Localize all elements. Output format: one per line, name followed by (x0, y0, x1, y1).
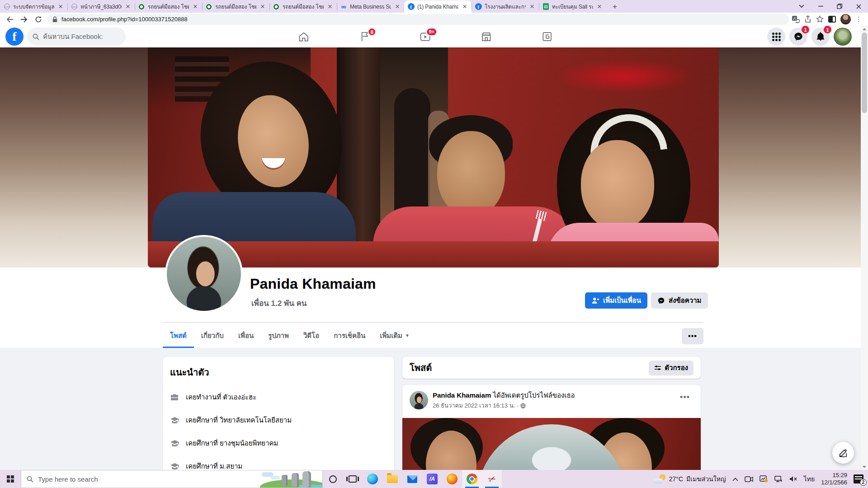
browser-tab[interactable]: f โรงงานผลิตและกระจา ✕ (472, 0, 539, 13)
meet-now-icon[interactable] (745, 476, 753, 483)
notification-count-badge: 2 (860, 479, 867, 486)
task-view-button[interactable] (343, 470, 363, 488)
forward-icon[interactable] (18, 14, 30, 25)
browser-tab-active[interactable]: f (1) Panida Khamaia ✕ (404, 0, 472, 13)
side-panel-icon[interactable] (828, 16, 836, 23)
system-tray: 27°C มีเมฆส่วนใหญ่ ไทย 15:29 12/1/2566 2 (654, 472, 868, 487)
tray-expand-icon[interactable] (732, 476, 738, 483)
tab-videos[interactable]: วิดีโอ (296, 324, 326, 348)
firefox-button[interactable] (442, 470, 462, 488)
posts-filter-button[interactable]: ตัวกรอง (649, 361, 693, 375)
browser-tab[interactable]: รถยนต์มือสอง โชตลูก ✕ (202, 0, 269, 13)
friends-count[interactable]: เพื่อน 1.2 พัน คน (251, 297, 307, 309)
post-action: ได้อัพเดตรูปโปรไฟล์ของเธอ (493, 391, 575, 399)
volume-muted-icon[interactable] (789, 476, 797, 482)
weather-description: มีเมฆส่วนใหญ่ (686, 474, 726, 484)
messenger-button[interactable]: 1 (789, 28, 807, 46)
scroll-up-icon[interactable] (861, 26, 868, 32)
office-app-button[interactable]: /A (422, 470, 442, 488)
cortana-button[interactable] (323, 470, 343, 488)
restore-button[interactable] (830, 0, 849, 13)
back-icon[interactable] (4, 14, 15, 25)
chrome-icon (467, 474, 477, 484)
browser-tab[interactable]: รถยนต์มือสอง โชตลูก ✕ (135, 0, 202, 13)
post-image[interactable] (402, 418, 701, 470)
browser-tab[interactable]: ระบบจัดการข้อมูล บริษ ✕ (0, 0, 67, 13)
tab-close-icon[interactable]: ✕ (528, 3, 536, 10)
tab-about[interactable]: เกี่ยวกับ (194, 324, 231, 348)
post-author-name[interactable]: Panida Khamaiam (433, 391, 491, 399)
chrome-button[interactable] (462, 470, 482, 488)
browser-tab[interactable]: ทะเบียนคุม Sall ระบบ ✕ (539, 0, 606, 13)
watch-nav-icon[interactable]: 9+ (419, 31, 431, 43)
marketplace-nav-icon[interactable] (480, 31, 492, 43)
tab-close-icon[interactable]: ✕ (124, 3, 132, 10)
send-message-button[interactable]: ส่งข้อความ (651, 292, 708, 309)
browser-tab[interactable]: หน้าภาษี_63a3d06e ✕ (67, 0, 135, 13)
url-bar[interactable]: facebook.com/profile.php?id=100003371520… (47, 14, 789, 25)
compose-fab-button[interactable] (832, 442, 854, 464)
new-tab-button[interactable]: + (609, 1, 621, 13)
pages-nav-icon[interactable]: 8 (359, 31, 370, 42)
notification-center-icon[interactable]: 2 (854, 474, 863, 483)
scroll-down-icon[interactable] (861, 464, 868, 470)
tab-search-icon[interactable] (792, 0, 811, 13)
tab-photos[interactable]: รูปภาพ (261, 324, 296, 348)
reload-icon[interactable] (33, 14, 44, 25)
weather-widget[interactable]: 27°C มีเมฆส่วนใหญ่ (654, 474, 726, 484)
browser-profile-avatar[interactable] (840, 14, 851, 24)
close-window-button[interactable] (849, 0, 868, 13)
profile-options-button[interactable]: ••• (682, 328, 703, 344)
mail-button[interactable] (402, 470, 422, 488)
minimize-button[interactable] (811, 0, 830, 13)
search-doodle-image (255, 470, 322, 488)
tab-friends[interactable]: เพื่อน (231, 324, 261, 348)
tab-more[interactable]: เพิ่มเติม▼ (373, 324, 417, 348)
browser-tab[interactable]: ∞ Meta Business Suit ✕ (337, 0, 404, 13)
tab-close-icon[interactable]: ✕ (259, 3, 266, 10)
start-button[interactable] (0, 470, 21, 488)
browser-tab[interactable]: รถยนต์มือสอง โชตลูก ✕ (269, 0, 337, 13)
edge-button[interactable] (363, 470, 382, 488)
facebook-favicon-icon: f (407, 3, 415, 10)
file-explorer-button[interactable] (382, 470, 402, 488)
facebook-search-input[interactable]: ค้นหาบน Facebook: (27, 28, 126, 46)
browser-menu-icon[interactable]: ⋮ (855, 15, 863, 23)
bookmark-star-icon[interactable] (816, 15, 824, 23)
facebook-logo-icon[interactable]: f (5, 28, 24, 46)
share-icon[interactable] (804, 15, 811, 23)
home-nav-icon[interactable] (297, 31, 310, 43)
window-controls (792, 0, 868, 13)
profile-tabs: โพสต์ เกี่ยวกับ เพื่อน รูปภาพ วิดีโอ การ… (163, 322, 703, 348)
site-favicon-icon (205, 3, 212, 10)
tab-close-icon[interactable]: ✕ (192, 3, 199, 10)
language-indicator[interactable]: ไทย (804, 474, 815, 484)
clock-widget[interactable]: 15:29 12/1/2566 (821, 472, 847, 487)
post-menu-icon[interactable]: ••• (676, 391, 693, 404)
add-friend-button[interactable]: เพิ่มเป็นเพื่อน (585, 292, 647, 309)
taskbar-search-input[interactable]: Type here to search (21, 470, 323, 488)
tab-close-icon[interactable]: ✕ (326, 3, 334, 10)
tab-posts[interactable]: โพสต์ (163, 324, 194, 348)
tab-close-icon[interactable]: ✕ (394, 3, 401, 10)
post-author-avatar[interactable] (410, 391, 428, 409)
apps-menu-button[interactable] (767, 28, 785, 46)
gaming-nav-icon[interactable] (541, 31, 553, 42)
snipping-tool-button[interactable]: ✂ (482, 470, 502, 488)
profile-picture[interactable] (165, 235, 243, 313)
post-timestamp[interactable]: 26 ธันวาคม 2022 เวลา 16:13 น. · (433, 401, 575, 410)
edit-pencil-icon (838, 448, 848, 458)
cover-photo[interactable] (148, 47, 719, 267)
tab-checkins[interactable]: การเช็คอิน (326, 324, 373, 348)
tab-close-icon[interactable]: ✕ (57, 3, 64, 10)
scrollbar-thumb[interactable] (862, 33, 867, 113)
intro-text: เคยทำงานที่ ตัวเองอ่ะฮะ (186, 393, 256, 401)
page-scrollbar[interactable] (861, 26, 868, 470)
notifications-button[interactable]: 1 (811, 28, 830, 46)
tab-close-icon[interactable]: ✕ (461, 3, 468, 10)
translate-icon[interactable]: A (792, 15, 800, 23)
onedrive-status-icon[interactable] (760, 475, 768, 483)
network-icon[interactable] (774, 476, 783, 483)
account-avatar[interactable] (834, 28, 852, 46)
tab-close-icon[interactable]: ✕ (596, 3, 603, 10)
